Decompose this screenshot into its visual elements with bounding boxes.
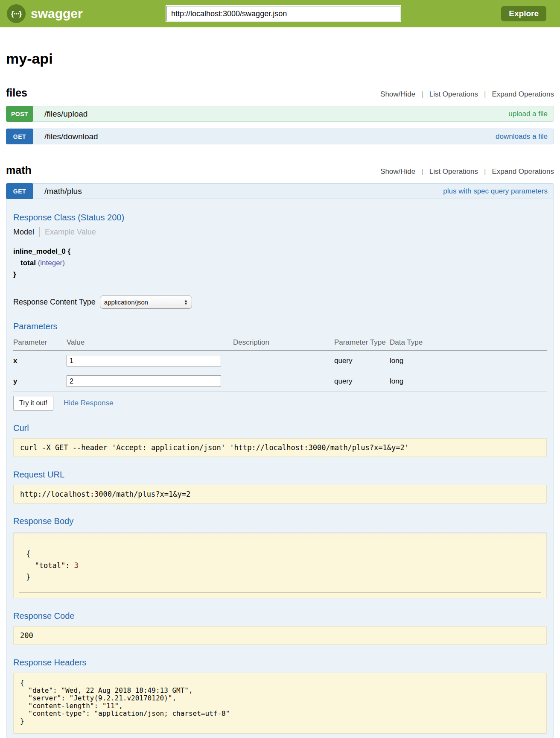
swagger-logo-icon: {⋅⋅⋅} bbox=[7, 4, 26, 23]
model-property-name: total bbox=[20, 259, 36, 267]
model-close: } bbox=[13, 269, 547, 280]
model-signature: inline_model_0 { total (integer) } bbox=[13, 246, 547, 280]
operation-summary[interactable]: upload a file bbox=[508, 110, 548, 118]
link-divider: | bbox=[484, 90, 486, 99]
response-class-heading: Response Class (Status 200) bbox=[13, 213, 547, 223]
expand-operations-link[interactable]: Expand Operations bbox=[492, 167, 554, 176]
response-code-box: 200 bbox=[13, 626, 547, 645]
model-property: total (integer) bbox=[13, 257, 547, 269]
model-tabs: Model Example Value bbox=[13, 227, 547, 237]
operation-get-math-plus-content: Response Class (Status 200) Model Exampl… bbox=[6, 199, 554, 738]
response-content-type-row: Response Content Type application/json ▲… bbox=[13, 296, 547, 309]
parameter-y-input[interactable] bbox=[67, 375, 221, 387]
col-parameter: Parameter bbox=[13, 335, 67, 351]
show-hide-link[interactable]: Show/Hide bbox=[380, 90, 415, 99]
page-title: my-api bbox=[6, 50, 554, 67]
swagger-logo-text: swagger bbox=[31, 6, 83, 21]
section-files-title[interactable]: files bbox=[6, 87, 27, 99]
section-math-controls: Show/Hide | List Operations | Expand Ope… bbox=[380, 167, 554, 176]
spec-url-input[interactable] bbox=[166, 6, 400, 21]
rb-value: 3 bbox=[74, 561, 79, 570]
parameters-header-row: Parameter Value Description Parameter Ty… bbox=[13, 335, 547, 351]
section-files-controls: Show/Hide | List Operations | Expand Ope… bbox=[380, 90, 554, 99]
parameter-name: x bbox=[13, 351, 67, 371]
section-files-head: files Show/Hide | List Operations | Expa… bbox=[6, 87, 554, 99]
curl-heading: Curl bbox=[13, 423, 547, 433]
col-data-type: Data Type bbox=[390, 335, 547, 351]
operation-summary[interactable]: downloads a file bbox=[496, 132, 548, 141]
response-content-type-select[interactable]: application/json ▲▼ bbox=[100, 296, 192, 309]
tab-example-value[interactable]: Example Value bbox=[40, 228, 96, 237]
parameter-row-x: x query long bbox=[13, 351, 547, 371]
rb-open: { bbox=[26, 550, 30, 558]
section-math-head: math Show/Hide | List Operations | Expan… bbox=[6, 164, 554, 176]
hide-response-link[interactable]: Hide Response bbox=[64, 399, 113, 407]
col-value: Value bbox=[67, 335, 233, 351]
model-property-type: (integer) bbox=[38, 259, 65, 267]
section-math: math Show/Hide | List Operations | Expan… bbox=[6, 164, 554, 738]
actions-row: Try it out! Hide Response bbox=[13, 396, 547, 410]
model-open: inline_model_0 { bbox=[13, 246, 547, 257]
list-operations-link[interactable]: List Operations bbox=[429, 90, 478, 99]
section-math-title[interactable]: math bbox=[6, 164, 32, 176]
try-it-out-button[interactable]: Try it out! bbox=[13, 396, 53, 410]
rb-key: "total": bbox=[26, 561, 74, 570]
link-divider: | bbox=[421, 167, 423, 176]
rb-close: } bbox=[26, 573, 30, 581]
selected-content-type: application/json bbox=[104, 299, 148, 306]
swagger-logo[interactable]: {⋅⋅⋅} swagger bbox=[7, 4, 83, 23]
col-parameter-type: Parameter Type bbox=[334, 335, 390, 351]
page-body: my-api files Show/Hide | List Operations… bbox=[0, 27, 560, 738]
method-badge-post[interactable]: POST bbox=[6, 106, 33, 122]
expand-operations-link[interactable]: Expand Operations bbox=[492, 90, 554, 99]
response-body-json: { "total": 3 } bbox=[19, 538, 541, 593]
response-body-heading: Response Body bbox=[13, 516, 547, 526]
request-url-box: http://localhost:3000/math/plus?x=1&y=2 bbox=[13, 485, 547, 504]
explore-button[interactable]: Explore bbox=[501, 6, 546, 21]
response-body-container: { "total": 3 } bbox=[13, 532, 547, 598]
response-headers-heading: Response Headers bbox=[13, 658, 547, 668]
parameter-row-y: y query long bbox=[13, 371, 547, 392]
link-divider: | bbox=[421, 90, 423, 99]
section-files: files Show/Hide | List Operations | Expa… bbox=[6, 87, 554, 144]
parameter-x-input[interactable] bbox=[67, 355, 221, 366]
operation-path[interactable]: /files/upload bbox=[44, 109, 88, 119]
operation-summary[interactable]: plus with spec query parameters bbox=[443, 187, 548, 196]
parameter-type: query bbox=[334, 351, 390, 371]
request-url-heading: Request URL bbox=[13, 470, 547, 480]
response-headers-box: { "date": "Wed, 22 Aug 2018 18:49:13 GMT… bbox=[13, 673, 547, 734]
parameter-description bbox=[233, 351, 334, 371]
link-divider: | bbox=[484, 167, 486, 176]
select-arrows-icon: ▲▼ bbox=[184, 299, 188, 305]
operation-get-math-plus[interactable]: GET /math/plus plus with spec query para… bbox=[6, 183, 554, 199]
parameter-description bbox=[233, 371, 334, 392]
parameter-data-type: long bbox=[390, 351, 547, 371]
method-badge-get[interactable]: GET bbox=[6, 183, 33, 199]
parameters-table: Parameter Value Description Parameter Ty… bbox=[13, 335, 547, 392]
header-bar: {⋅⋅⋅} swagger Explore bbox=[0, 0, 560, 27]
operation-post-files-upload[interactable]: POST /files/upload upload a file bbox=[6, 106, 554, 122]
method-badge-get[interactable]: GET bbox=[6, 129, 33, 144]
curl-command-box: curl -X GET --header 'Accept: applicatio… bbox=[13, 438, 547, 457]
parameter-type: query bbox=[334, 371, 390, 392]
parameter-name: y bbox=[13, 371, 67, 392]
col-description: Description bbox=[233, 335, 334, 351]
operation-path[interactable]: /math/plus bbox=[44, 187, 82, 196]
show-hide-link[interactable]: Show/Hide bbox=[380, 167, 415, 176]
operation-get-files-download[interactable]: GET /files/download downloads a file bbox=[6, 129, 554, 144]
parameters-heading: Parameters bbox=[13, 322, 547, 331]
operation-path[interactable]: /files/download bbox=[44, 132, 98, 141]
list-operations-link[interactable]: List Operations bbox=[429, 167, 478, 176]
tab-model[interactable]: Model bbox=[13, 228, 39, 237]
parameter-data-type: long bbox=[390, 371, 547, 392]
response-code-heading: Response Code bbox=[13, 611, 547, 621]
response-content-type-label: Response Content Type bbox=[13, 298, 96, 307]
